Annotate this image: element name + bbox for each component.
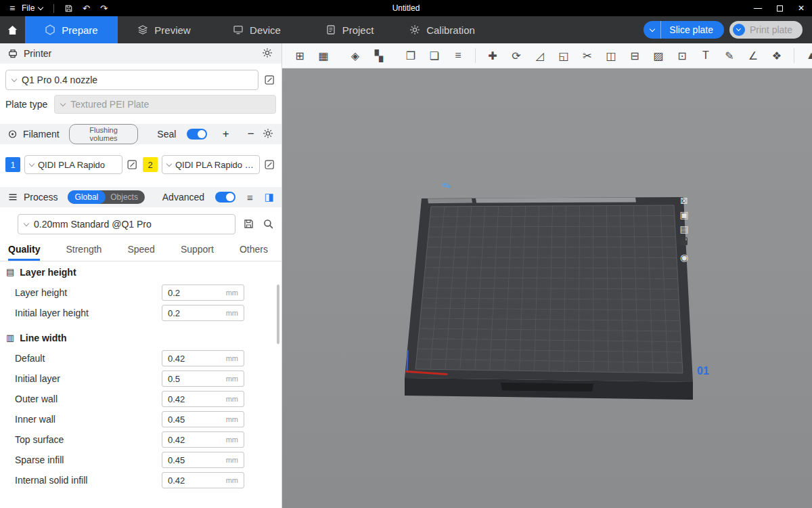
add-object-icon[interactable]: ⊞ [293,48,307,63]
seal-toggle[interactable] [187,129,207,140]
edit-filament-2-icon[interactable] [264,158,276,171]
filament-section-title: Filament [23,129,60,140]
scene-3d[interactable]: ✎ 01 [282,68,812,508]
support-painting-icon[interactable]: ▲ [805,48,812,63]
tab-preview[interactable]: Preview [118,16,210,43]
plate-type-label: Plate type [5,99,47,110]
hamburger-menu-icon[interactable]: ≡ [5,3,19,14]
plate-type-select[interactable]: Textured PEI Plate [54,95,276,114]
variable-layer-height-icon[interactable]: ▨ [652,48,665,63]
print-dropdown-icon[interactable] [733,24,745,36]
split-to-parts-icon[interactable]: ⊟ [628,48,641,63]
edit-filament-1-icon[interactable] [127,158,139,171]
plate-settings-icon[interactable]: ◉ [678,251,690,263]
add-plate-icon[interactable]: ▦ [317,48,330,63]
printer-select[interactable]: Q1 Pro 0.4 nozzle [5,70,258,90]
chevron-down-icon [166,161,172,166]
add-text-icon[interactable]: T [699,48,713,63]
tab-strength[interactable]: Strength [66,244,102,261]
search-settings-icon[interactable] [263,218,275,230]
objects-panel-icon[interactable]: ◨ [265,191,274,203]
undo-icon[interactable]: ↶ [77,0,95,16]
tab-prepare[interactable]: Prepare [25,16,118,43]
param-label: Top surface [15,434,64,445]
filament-1-color-swatch[interactable]: 1 [5,157,20,172]
scope-global-button[interactable]: Global [68,190,106,204]
minimize-button[interactable]: — [747,0,769,16]
params-list: ▤ Layer height Layer height mm Initial l… [0,261,281,490]
filament-settings-gear-icon[interactable] [263,128,274,140]
process-tabs: Quality Strength Speed Support Others [0,234,281,261]
cut-icon[interactable]: ✂ [581,48,594,63]
chevron-down-icon [24,220,29,226]
edit-printer-icon[interactable] [264,74,276,86]
line-width-inner-wall-input[interactable] [168,415,215,425]
slice-plate-button[interactable]: Slice plate [644,21,724,39]
tab-calibration[interactable]: Calibration [396,16,489,43]
tab-project[interactable]: Project [303,16,396,43]
rotate-icon[interactable]: ⟳ [510,48,523,63]
remove-filament-button[interactable]: − [244,127,257,141]
filament-1-value: QIDI PLA Rapido [38,160,105,170]
file-menu[interactable]: File [19,3,48,13]
maximize-button[interactable] [769,0,790,16]
close-button[interactable]: ✕ [790,0,812,16]
process-preset-select[interactable]: 0.20mm Standard @Q1 Pro [18,214,235,234]
object-list-icon[interactable]: ≡ [451,48,465,63]
split-to-objects-icon[interactable]: ◫ [604,48,618,63]
tab-speed[interactable]: Speed [127,244,154,261]
scope-objects-button[interactable]: Objects [106,192,145,202]
save-file-icon[interactable] [60,0,77,16]
plate-name-icon[interactable]: ▤ [678,223,690,234]
app-window: Untitled ≡ File ↶ ↷ — ✕ Prepare Preview [0,0,812,508]
device-icon [233,24,244,35]
line-width-sparse-infill-input[interactable] [168,455,215,465]
print-plate-button[interactable]: Print plate [729,21,803,39]
measure-icon[interactable]: ∠ [746,48,760,63]
tab-device[interactable]: Device [210,16,303,43]
line-width-default-input[interactable] [168,354,215,364]
flushing-volumes-button[interactable]: Flushing volumes [69,124,139,144]
layer-height-input[interactable] [168,288,215,298]
filament-2-color-swatch[interactable]: 2 [143,157,158,172]
plate-image-icon[interactable]: ▣ [678,209,690,220]
filament-2-select[interactable]: QIDI PLA Rapido M... [162,155,260,174]
initial-layer-height-input[interactable] [168,308,215,318]
advanced-toggle[interactable] [215,192,235,203]
parameter-list-icon[interactable]: ≡ [247,192,253,203]
chevron-down-icon [12,76,17,81]
layer-height-group-icon: ▤ [6,267,14,277]
home-button[interactable] [0,16,25,43]
line-width-top-surface-input[interactable] [168,435,215,445]
scale-icon[interactable]: ◿ [533,48,547,63]
plate-name-edit-icon[interactable]: ✎ [440,179,453,193]
line-width-initial-layer-input[interactable] [168,374,215,384]
window-title: Untitled [0,3,812,13]
line-width-internal-solid-infill-input[interactable] [168,475,215,486]
slice-dropdown-icon[interactable] [644,21,661,39]
printer-settings-gear-icon[interactable] [262,47,274,60]
mesh-boolean-icon[interactable]: ⊡ [675,48,689,63]
tab-support[interactable]: Support [181,244,214,261]
seam-painting-icon[interactable]: ✎ [723,48,736,63]
import-geometry-icon[interactable]: ❐ [404,48,418,63]
sidebar-scrollbar[interactable] [277,284,279,344]
seal-label: Seal [157,129,176,140]
line-width-outer-wall-input[interactable] [168,394,215,404]
import-profile-icon[interactable]: ❏ [428,48,441,63]
lock-plate-icon[interactable] [678,237,690,249]
add-filament-button[interactable]: + [219,127,232,141]
save-preset-icon[interactable] [243,218,255,230]
delete-plate-icon[interactable]: ⊠ [678,194,690,206]
arrange-icon[interactable]: ▚ [372,48,386,63]
move-icon[interactable]: ✚ [486,48,499,63]
auto-orient-icon[interactable]: ◈ [348,48,362,63]
lay-on-face-icon[interactable]: ◱ [557,48,570,63]
tab-others[interactable]: Others [240,244,268,261]
redo-icon[interactable]: ↷ [95,0,112,16]
filament-1-select[interactable]: QIDI PLA Rapido [24,155,122,174]
tab-quality[interactable]: Quality [8,244,40,261]
assembly-view-icon[interactable]: ❖ [770,48,784,63]
process-section-header: Process Global Objects Advanced ≡ ◨ [0,187,281,207]
unit-label: mm [226,354,238,362]
